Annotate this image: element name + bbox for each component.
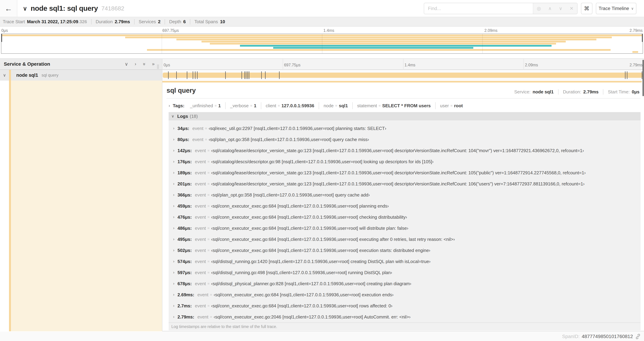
minimap-span-rows — [2, 34, 642, 53]
minimap-span-bar[interactable] — [632, 51, 638, 53]
equals-sign: = — [278, 104, 280, 108]
minimap-row — [2, 36, 642, 39]
log-timestamp: 486μs: — [178, 226, 192, 231]
log-entry[interactable]: ›502μs:event=‹sql/conn_executor_exec.go:… — [168, 245, 640, 256]
find-clear-icon[interactable]: ✕ — [570, 6, 574, 11]
tag-item[interactable]: _verbose=1 — [225, 102, 261, 109]
minimap-scrubber-left[interactable] — [2, 34, 2, 42]
log-marker[interactable] — [225, 71, 226, 79]
minimap-row — [2, 43, 642, 45]
log-marker[interactable] — [187, 71, 187, 79]
span-id-label: SpanID: — [562, 334, 580, 339]
minimap-span-bar[interactable] — [240, 45, 552, 47]
chevron-right-icon: › — [173, 148, 174, 153]
minimap-span-bar[interactable] — [273, 47, 473, 49]
log-timestamp: 459μs: — [178, 203, 192, 209]
minimap-scrubber-right[interactable] — [642, 34, 642, 42]
tags-row[interactable]: › Tags: _unfinished=1_verbose=1client=12… — [167, 101, 640, 111]
ruler-tick-label: 697.75μs — [284, 63, 300, 67]
minimap-span-bar[interactable] — [147, 49, 610, 51]
log-entry[interactable]: ›495μs:event=‹sql/conn_executor_exec.go:… — [168, 234, 640, 245]
minimap-span-bar[interactable] — [125, 37, 612, 38]
link-icon[interactable] — [635, 333, 641, 339]
log-marker[interactable] — [265, 71, 266, 79]
chevron-right-icon: › — [173, 303, 174, 308]
view-options-button[interactable]: Trace Timeline ∨ — [596, 3, 636, 14]
tag-item[interactable]: node=sql1 — [319, 102, 352, 109]
log-marker[interactable] — [193, 71, 193, 79]
scrollbar-thumb[interactable] — [642, 60, 644, 96]
log-entry[interactable]: ›476μs:event=‹sql/conn_executor_exec.go:… — [168, 212, 640, 223]
log-marker[interactable] — [279, 71, 280, 79]
log-entry[interactable]: ›2.7ms:event=‹sql/conn_executor_exec.go:… — [168, 300, 640, 311]
log-marker[interactable] — [642, 71, 642, 79]
equals-sign: = — [205, 137, 207, 142]
log-entry[interactable]: ›142μs:event=‹sql/catalog/lease/descript… — [168, 145, 640, 156]
log-entry[interactable]: ›366μs:event=‹sql/plan_opt.go:358 [nsql1… — [168, 189, 640, 200]
log-entry[interactable]: ›2.79ms:event=‹sql/conn_executor_exec.go… — [168, 311, 640, 322]
log-marker[interactable] — [197, 71, 198, 79]
log-entry[interactable]: ›2.69ms:event=‹sql/conn_executor_exec.go… — [168, 289, 640, 300]
log-marker[interactable] — [195, 71, 196, 79]
log-entry[interactable]: ›459μs:event=‹sql/conn_executor_exec.go:… — [168, 200, 640, 212]
collapse-all-icon[interactable]: » — [141, 63, 147, 65]
tag-item[interactable]: client=127.0.0.1:59936 — [261, 102, 319, 109]
span-row-bar-cell[interactable] — [162, 70, 644, 81]
minimap-span-bar[interactable] — [176, 39, 596, 40]
log-entry[interactable]: ›486μs:event=‹sql/conn_executor_exec.go:… — [168, 223, 640, 234]
meta-value: 6 — [183, 19, 186, 25]
log-marker[interactable] — [248, 71, 248, 79]
log-field-key: event — [195, 214, 206, 220]
meta-label: Services — [139, 19, 156, 25]
log-marker[interactable] — [627, 71, 628, 79]
log-entry[interactable]: ›201μs:event=‹sql/catalog/lease/descript… — [168, 178, 640, 189]
timeline-ruler: 0μs697.75μs1.4ms2.09ms2.79ms — [162, 58, 644, 70]
log-entry[interactable]: ›80μs:event=‹sql/plan_opt.go:358 [nsql1,… — [168, 134, 640, 145]
equals-sign: = — [208, 259, 210, 263]
logs-header[interactable]: ∨ Logs (18) — [168, 112, 640, 120]
keyboard-shortcuts-button[interactable]: ⌘ — [581, 3, 592, 14]
row-collapse-icon[interactable]: ∨ — [0, 73, 9, 78]
find-input[interactable] — [424, 3, 533, 14]
logs-list: ›34μs:event=‹sql/exec_util.go:2297 [nsql… — [168, 120, 640, 322]
collapse-trace-icon[interactable]: ∨ — [23, 5, 27, 12]
log-entry[interactable]: ›574μs:event=‹sql/distsql_running.go:142… — [168, 256, 640, 267]
expand-one-icon[interactable]: › — [135, 61, 136, 67]
back-button[interactable]: ← — [0, 0, 17, 17]
tag-item[interactable]: _unfinished=1 — [186, 102, 225, 109]
expand-all-icon[interactable]: » — [152, 61, 154, 67]
log-marker[interactable] — [249, 71, 249, 79]
log-marker[interactable] — [625, 71, 626, 79]
log-marker[interactable] — [261, 71, 262, 79]
log-timestamp: 495μs: — [178, 237, 192, 242]
log-marker[interactable] — [246, 71, 246, 79]
equals-sign: = — [208, 270, 210, 275]
tag-item[interactable]: statement=SELECT * FROM users — [352, 102, 435, 109]
span-row-name-cell[interactable]: ∨ node sql1 sql query — [0, 70, 162, 81]
minimap-canvas[interactable] — [1, 34, 643, 54]
log-marker[interactable] — [176, 71, 177, 79]
locate-icon[interactable]: ◎ — [537, 6, 541, 11]
log-entry[interactable]: ›678μs:event=‹sql/distsql_physical_plann… — [168, 278, 640, 289]
back-arrow-icon: ← — [5, 4, 12, 13]
log-entry[interactable]: ›189μs:event=‹sql/catalog/lease/descript… — [168, 167, 640, 178]
log-entry[interactable]: ›597μs:event=‹sql/distsql_running.go:498… — [168, 267, 640, 278]
log-entry[interactable]: ›176μs:event=‹sql/catalog/descs/descript… — [168, 156, 640, 167]
span-operation-name: sql query — [42, 73, 58, 78]
log-marker[interactable] — [242, 71, 242, 79]
tag-item[interactable]: user=root — [435, 102, 467, 109]
column-resizer-grip[interactable] — [157, 65, 159, 69]
log-marker[interactable] — [168, 71, 168, 79]
find-controls: ◎ ∧ ∨ ✕ — [533, 3, 577, 14]
chevron-right-icon: › — [173, 226, 174, 230]
find-prev-icon[interactable]: ∧ — [548, 6, 552, 11]
stat-duration: Duration: 2.79ms — [558, 89, 603, 95]
find-next-icon[interactable]: ∨ — [559, 6, 562, 11]
chevron-right-icon: › — [173, 215, 174, 219]
minimap-span-bar[interactable] — [2, 35, 642, 36]
minimap-span-bar[interactable] — [210, 43, 556, 45]
minimap-span-bar[interactable] — [202, 41, 566, 43]
log-marker[interactable] — [244, 71, 245, 79]
collapse-one-icon[interactable]: ∨ — [125, 61, 128, 67]
log-entry[interactable]: ›34μs:event=‹sql/exec_util.go:2297 [nsql… — [168, 123, 640, 134]
